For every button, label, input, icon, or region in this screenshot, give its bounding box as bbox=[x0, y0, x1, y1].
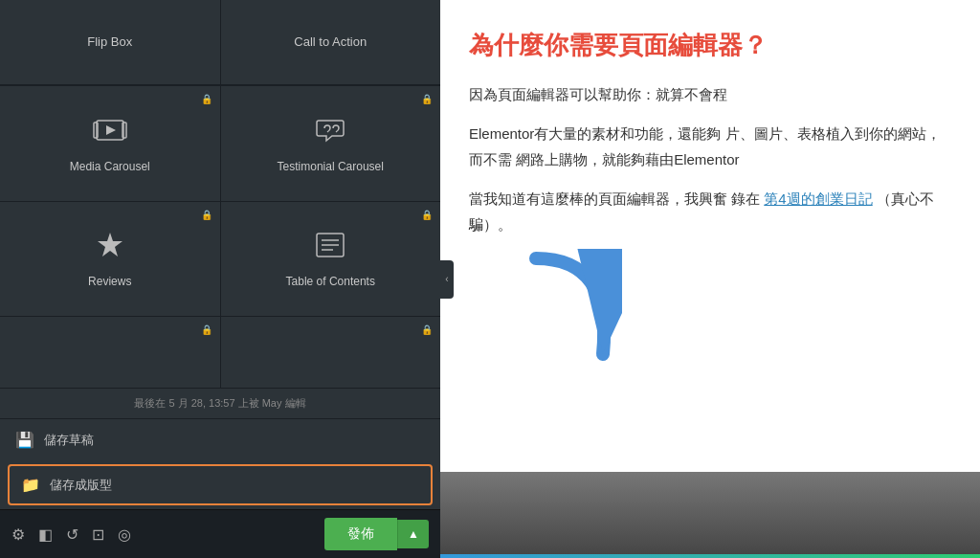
content-para1: 因為頁面編輯器可以幫助你：就算不會程 bbox=[469, 81, 951, 107]
lock-icon-testimonial: 🔒 bbox=[421, 94, 433, 104]
widget-testimonial-carousel[interactable]: 🔒 Testimonial Carousel bbox=[221, 86, 441, 200]
bottom-image bbox=[440, 472, 980, 558]
history-icon[interactable]: ↺ bbox=[66, 525, 78, 544]
widget-flip-box[interactable]: Flip Box bbox=[0, 0, 220, 85]
widget-call-to-action[interactable]: Call to Action bbox=[221, 0, 441, 85]
svg-marker-4 bbox=[98, 233, 122, 257]
save-template-button[interactable]: 📁 儲存成版型 bbox=[8, 464, 433, 505]
widget-media-carousel[interactable]: 🔒 Media Carousel bbox=[0, 86, 220, 200]
lock-icon-media: 🔒 bbox=[201, 94, 212, 104]
svg-marker-1 bbox=[106, 125, 116, 135]
lock-icon-reviews: 🔒 bbox=[201, 210, 212, 220]
save-draft-icon: 💾 bbox=[15, 431, 34, 449]
last-edited-text: 最後在 5 月 28, 13:57 上被 May 編輯 bbox=[0, 389, 440, 418]
media-carousel-icon bbox=[93, 113, 127, 154]
svg-rect-2 bbox=[94, 123, 98, 138]
publish-group: 發佈 ▲ bbox=[324, 518, 429, 550]
preview-icon[interactable]: ◎ bbox=[118, 525, 131, 544]
content-para3: 當我知道有這麼棒的頁面編輯器，我興奮 錄在 第4週的創業日記 （真心不騙）。 bbox=[469, 186, 951, 237]
lock-icon-p1: 🔒 bbox=[201, 324, 212, 335]
svg-rect-3 bbox=[122, 123, 126, 138]
blue-arrow bbox=[517, 249, 622, 373]
week4-link[interactable]: 第4週的創業日記 bbox=[764, 190, 872, 207]
settings-icon[interactable]: ⚙ bbox=[11, 525, 25, 544]
page-title: 為什麼你需要頁面編輯器？ bbox=[469, 29, 951, 62]
content-para2: Elementor有大量的素材和功能，還能夠 片、圖片、表格植入到你的網站，而不… bbox=[469, 121, 951, 172]
widget-table-of-contents[interactable]: 🔒 Table of Contents bbox=[221, 202, 441, 316]
lock-icon-toc: 🔒 bbox=[421, 210, 433, 220]
lock-icon-p2: 🔒 bbox=[421, 324, 433, 335]
publish-button[interactable]: 發佈 bbox=[324, 518, 397, 550]
footer-bar: ⚙ ◧ ↺ ⊡ ◎ 發佈 ▲ bbox=[0, 509, 440, 558]
collapse-panel-tab[interactable]: ‹ bbox=[440, 260, 454, 299]
save-template-icon: 📁 bbox=[21, 476, 40, 494]
publish-dropdown-button[interactable]: ▲ bbox=[397, 520, 429, 548]
widget-placeholder-1[interactable]: 🔒 bbox=[0, 317, 220, 388]
layers-icon[interactable]: ◧ bbox=[38, 525, 53, 544]
content-area: 為什麼你需要頁面編輯器？ 因為頁面編輯器可以幫助你：就算不會程 Elemento… bbox=[440, 0, 980, 558]
save-draft-button[interactable]: 💾 儲存草稿 bbox=[0, 418, 440, 460]
toc-icon bbox=[313, 228, 347, 269]
content-para3-text: 當我知道有這麼棒的頁面編輯器，我興奮 錄在 bbox=[469, 190, 760, 207]
responsive-icon[interactable]: ⊡ bbox=[92, 525, 104, 544]
widget-placeholder-2[interactable]: 🔒 bbox=[221, 317, 441, 388]
reviews-icon bbox=[93, 228, 127, 269]
testimonial-carousel-icon bbox=[313, 113, 347, 154]
widget-reviews[interactable]: 🔒 Reviews bbox=[0, 202, 220, 316]
